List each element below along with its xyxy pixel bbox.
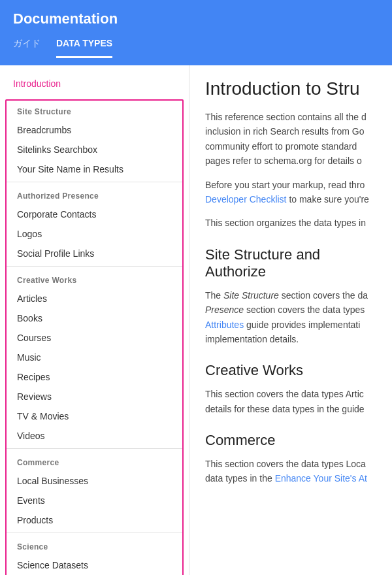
nav-item-tv-movies[interactable]: TV & Movies [7, 406, 182, 426]
developer-checklist-link[interactable]: Developer Checklist [205, 194, 287, 205]
content-paragraph-2: Before you start your markup, read thro … [205, 178, 376, 207]
nav-item-breadcrumbs[interactable]: Breadcrumbs [7, 120, 182, 140]
content-section1-heading: Site Structure and Authorize [205, 246, 376, 280]
nav-divider-4 [7, 533, 182, 533]
nav-item-site-name-results[interactable]: Your Site Name in Results [7, 159, 182, 179]
content-paragraph-1: This reference section contains all the … [205, 110, 376, 169]
attributes-link[interactable]: Attributes [205, 320, 244, 330]
nav-item-courses[interactable]: Courses [7, 328, 182, 348]
app-title: Documentation [13, 10, 379, 27]
content-section2-text: This section covers the data types Artic… [205, 387, 376, 416]
nav-section-heading-site-structure: Site Structure [7, 101, 182, 120]
nav-divider-1 [7, 182, 182, 182]
nav-divider-3 [7, 448, 182, 449]
nav-item-science-datasets[interactable]: Science Datasets [7, 555, 182, 575]
nav-section-heading-science: Science [7, 536, 182, 555]
tab-guide[interactable]: ガイド [13, 38, 41, 58]
sidebar: Introduction Site Structure Breadcrumbs … [0, 65, 189, 575]
nav-item-reviews[interactable]: Reviews [7, 387, 182, 406]
nav-item-recipes[interactable]: Recipes [7, 367, 182, 387]
header-tab-bar: ガイド DATA TYPES [13, 38, 379, 58]
sidebar-intro-item[interactable]: Introduction [0, 71, 189, 97]
nav-item-books[interactable]: Books [7, 308, 182, 328]
nav-section-heading-authorized-presence: Authorized Presence [7, 185, 182, 205]
content-section3-text: This section covers the data types Loca … [205, 457, 376, 486]
nav-section-site-structure: Site Structure Breadcrumbs Sitelinks Sea… [5, 99, 184, 575]
content-section1-text: The Site Structure section covers the da… [205, 288, 376, 347]
main-layout: Introduction Site Structure Breadcrumbs … [0, 65, 392, 575]
nav-item-logos[interactable]: Logos [7, 224, 182, 244]
nav-item-social-profile-links[interactable]: Social Profile Links [7, 244, 182, 263]
nav-item-articles[interactable]: Articles [7, 289, 182, 308]
content-paragraph-3: This section organizes the data types in [205, 216, 376, 230]
content-section2-heading: Creative Works [205, 362, 376, 379]
enhance-link[interactable]: Enhance Your Site's At [275, 473, 367, 484]
nav-section-heading-commerce: Commerce [7, 452, 182, 471]
nav-section-heading-creative-works: Creative Works [7, 269, 182, 289]
content-area: Introduction to Stru This reference sect… [189, 65, 392, 575]
nav-item-music[interactable]: Music [7, 348, 182, 367]
nav-item-videos[interactable]: Videos [7, 426, 182, 446]
nav-item-local-businesses[interactable]: Local Businesses [7, 471, 182, 491]
content-main-heading: Introduction to Stru [205, 78, 376, 99]
tab-data-types[interactable]: DATA TYPES [56, 38, 112, 58]
nav-item-sitelinks-searchbox[interactable]: Sitelinks Searchbox [7, 140, 182, 159]
content-section3-heading: Commerce [205, 432, 376, 449]
app-header: Documentation ガイド DATA TYPES [0, 0, 392, 65]
nav-item-products[interactable]: Products [7, 510, 182, 530]
nav-item-events[interactable]: Events [7, 491, 182, 510]
nav-divider-2 [7, 266, 182, 267]
nav-item-corporate-contacts[interactable]: Corporate Contacts [7, 205, 182, 224]
